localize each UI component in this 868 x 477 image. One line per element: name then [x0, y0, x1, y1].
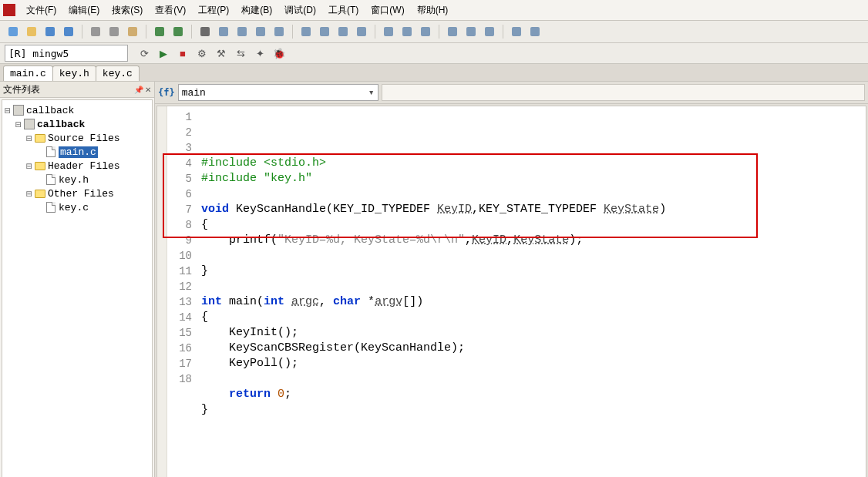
code-line[interactable]: KeyPoll(); [201, 356, 866, 371]
svg-rect-10 [219, 27, 228, 36]
close-icon[interactable]: ✕ [145, 86, 151, 94]
sidebar-title-bar: 文件列表 📌 ✕ [0, 82, 154, 98]
function-selector[interactable]: main [178, 84, 378, 101]
menu-search[interactable]: 搜索(S) [106, 2, 149, 19]
compiler-selector[interactable]: [R] mingw5 [5, 45, 128, 62]
stop-button[interactable]: ■ [174, 45, 191, 62]
file-tab-key-c[interactable]: key.c [96, 66, 140, 81]
svg-rect-3 [64, 27, 73, 36]
tree-folder-header[interactable]: ⊟Header Files [2, 159, 152, 173]
help-button[interactable] [527, 23, 543, 40]
paste-button[interactable] [124, 23, 141, 40]
svg-rect-20 [421, 27, 430, 36]
file-tab-main-c[interactable]: main.c [3, 66, 53, 81]
svg-rect-17 [357, 27, 366, 36]
editor-toolbar: {f} main [155, 82, 868, 104]
tool3-button[interactable] [481, 23, 498, 40]
debug-button[interactable]: 🐞 [271, 45, 288, 62]
menu-tools[interactable]: 工具(T) [322, 2, 365, 19]
tree-file-key-h[interactable]: key.h [2, 173, 152, 186]
tool2-button[interactable] [463, 23, 479, 40]
code-line[interactable]: KeyScanCBSRegister(KeyScanHandle); [201, 341, 866, 356]
tree-folder-source[interactable]: ⊟Source Files [2, 131, 152, 145]
svg-rect-19 [402, 27, 412, 36]
code-line[interactable]: int main(int argc, char *argv[]) [201, 294, 866, 310]
svg-rect-4 [91, 27, 100, 36]
svg-rect-24 [512, 27, 521, 36]
menu-project[interactable]: 工程(P) [192, 2, 235, 19]
code-line[interactable] [201, 279, 866, 294]
code-line[interactable] [201, 186, 866, 202]
menu-debug[interactable]: 调试(D) [278, 2, 322, 19]
svg-rect-14 [301, 27, 311, 36]
tag2-button[interactable] [234, 23, 251, 40]
tree-file-key-c[interactable]: key.c [2, 200, 152, 214]
bm-prev-button[interactable] [316, 23, 333, 40]
menu-help[interactable]: 帮助(H) [411, 2, 455, 19]
tool1-button[interactable] [444, 23, 461, 40]
undo-button[interactable] [151, 23, 168, 40]
tag4-button[interactable] [271, 23, 288, 40]
bm-next-button[interactable] [335, 23, 352, 40]
code-line[interactable]: { [201, 217, 866, 233]
code-line[interactable]: void KeyScanHandle(KEY_ID_TYPEDEF KeyID,… [201, 202, 866, 217]
tree-file-main-c[interactable]: main.c [2, 145, 152, 159]
code-line[interactable] [201, 248, 866, 264]
build-toolbar: [R] mingw5 ⟳▶■⚙⚒⇆✦🐞 [0, 43, 868, 64]
sidebar-title: 文件列表 [3, 83, 40, 96]
compile-button[interactable]: ⚙ [193, 45, 210, 62]
save-all-button[interactable] [60, 23, 77, 40]
new-file-button[interactable] [5, 23, 22, 40]
open-file-button[interactable] [23, 23, 40, 40]
menu-edit[interactable]: 编辑(E) [62, 2, 106, 19]
step2-button[interactable] [399, 23, 415, 40]
menu-build[interactable]: 构建(B) [235, 2, 278, 19]
code-editor[interactable]: 123456789101112131415161718 #include <st… [156, 106, 866, 477]
code-line[interactable]: } [201, 264, 866, 279]
code-line[interactable]: #include <stdio.h> [201, 156, 866, 171]
svg-rect-21 [448, 27, 457, 36]
file-tab-key-h[interactable]: key.h [52, 66, 96, 81]
clean-button[interactable]: ✦ [251, 45, 268, 62]
svg-rect-23 [485, 27, 494, 36]
step-button[interactable] [380, 23, 397, 40]
menu-view[interactable]: 查看(V) [149, 2, 192, 19]
function-icon: {f} [158, 87, 175, 98]
refresh-button[interactable]: ⟳ [136, 45, 153, 62]
pin-icon[interactable]: 📌 [134, 86, 143, 94]
find-button[interactable] [197, 23, 214, 40]
bookmark-button[interactable] [298, 23, 315, 40]
build-button[interactable]: ⚒ [213, 45, 230, 62]
code-line[interactable]: { [201, 310, 866, 325]
editor-margin [157, 106, 167, 477]
code-line[interactable] [201, 418, 866, 433]
menu-file[interactable]: 文件(F) [20, 2, 62, 19]
cut-button[interactable] [87, 23, 104, 40]
redo-button[interactable] [170, 23, 187, 40]
rebuild-button[interactable]: ⇆ [232, 45, 249, 62]
line-numbers: 123456789101112131415161718 [167, 106, 197, 477]
menu-window[interactable]: 窗口(W) [365, 2, 410, 19]
save-button[interactable] [42, 23, 59, 40]
code-line[interactable]: KeyInit(); [201, 325, 866, 341]
code-line[interactable]: #include "key.h" [201, 171, 866, 186]
tree-workspace[interactable]: ⊟callback [2, 103, 152, 117]
step3-button[interactable] [417, 23, 434, 40]
svg-rect-12 [256, 27, 265, 36]
bm-clear-button[interactable] [353, 23, 370, 40]
svg-rect-0 [8, 27, 18, 36]
tree-folder-other[interactable]: ⊟Other Files [2, 186, 152, 200]
svg-rect-6 [128, 27, 137, 36]
project-tree[interactable]: ⊟callback ⊟callback ⊟Source Files main.c… [2, 99, 153, 477]
tag3-button[interactable] [252, 23, 269, 40]
copy-button[interactable] [106, 23, 123, 40]
code-line[interactable] [201, 371, 866, 387]
tree-project[interactable]: ⊟callback [2, 117, 152, 131]
info-button[interactable] [508, 23, 525, 40]
code-content[interactable]: #include <stdio.h>#include "key.h" void … [197, 106, 866, 477]
code-line[interactable]: printf("KeyID=%d, KeyState=%d\r\n",KeyID… [201, 233, 866, 248]
run-button[interactable]: ▶ [155, 45, 172, 62]
code-line[interactable]: return 0; [201, 387, 866, 402]
code-line[interactable]: } [201, 402, 866, 418]
tag1-button[interactable] [215, 23, 232, 40]
